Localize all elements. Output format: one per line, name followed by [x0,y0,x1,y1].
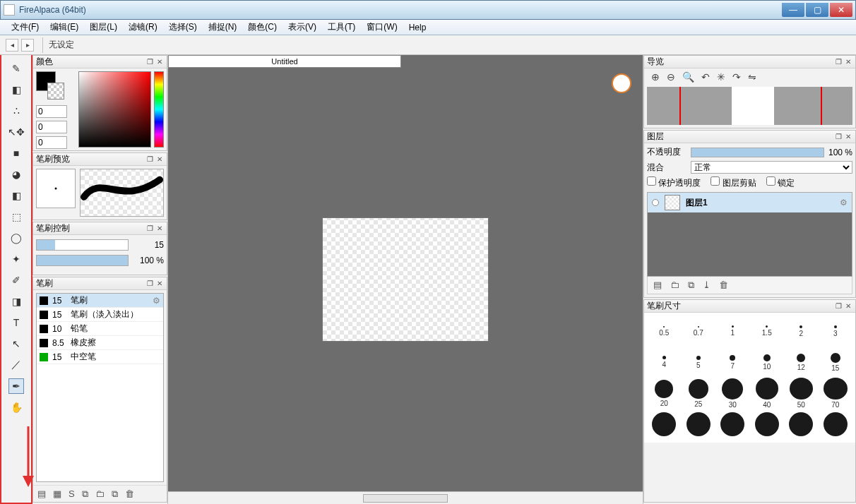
layer-folder-button[interactable]: 🗀 [670,280,679,291]
zoom-out-icon[interactable]: ⊖ [667,71,675,83]
hand-tool[interactable]: ✋ [8,400,24,415]
layer-opacity-slider[interactable] [691,148,824,157]
layer-new-button[interactable]: ▤ [653,280,662,291]
brush-size-slider[interactable] [36,239,129,251]
brush-size-cell[interactable]: 2 [784,316,819,347]
panel-close-button[interactable]: ✕ [155,224,164,233]
panel-close-button[interactable]: ✕ [844,133,852,141]
panel-float-button[interactable]: ❐ [145,280,154,288]
background-color-swatch[interactable] [47,83,64,100]
brush-size-cell[interactable]: 1.5 [750,316,785,347]
eraser-tool[interactable]: ◧ [8,82,24,97]
brush-size-cell[interactable] [750,409,785,440]
clipping-checkbox[interactable]: 图层剪贴 [711,176,756,189]
layer-merge-button[interactable]: ⤓ [703,280,711,291]
protect-alpha-checkbox[interactable]: 保护透明度 [647,176,701,189]
text-tool[interactable]: T [8,315,24,330]
brush-add-script-button[interactable]: S [69,488,75,499]
menu-edit[interactable]: 编辑(E) [44,21,84,33]
brush-size-cell[interactable] [715,409,750,440]
menu-help[interactable]: Help [403,23,432,32]
select-pen-tool[interactable]: ✐ [8,272,24,288]
flip-icon[interactable]: ⇋ [748,71,756,83]
brush-size-cell[interactable]: 7 [715,347,750,378]
panel-close-button[interactable]: ✕ [844,302,852,311]
brush-size-cell[interactable]: 0.7 [682,316,716,347]
gear-icon[interactable]: ⚙ [153,296,160,306]
menu-select[interactable]: 选择(S) [163,21,203,33]
select-rect-tool[interactable]: ⬚ [8,209,24,224]
eyedropper-tool[interactable]: ✒ [8,378,24,394]
lock-checkbox[interactable]: 锁定 [766,176,795,189]
brush-size-cell[interactable]: 50 [784,378,819,409]
panel-close-button[interactable]: ✕ [155,280,164,288]
horizontal-scrollbar[interactable] [168,491,643,504]
brush-size-cell[interactable]: 10 [750,347,785,378]
brush-size-cell[interactable] [819,409,853,440]
panel-float-button[interactable]: ❐ [145,58,154,66]
dot-tool[interactable]: ∴ [8,103,24,119]
menu-color[interactable]: 颜色(C) [242,21,283,33]
rotate-reset-icon[interactable]: ✳ [717,71,725,83]
brush-folder-button[interactable]: 🗀 [95,488,105,499]
menu-tool[interactable]: 工具(T) [322,21,361,33]
select-eraser-tool[interactable]: ◨ [8,294,24,309]
layer-duplicate-button[interactable]: ⧉ [688,280,694,291]
panel-close-button[interactable]: ✕ [155,58,164,66]
brush-size-cell[interactable]: 0.5 [647,316,682,347]
hue-slider[interactable] [154,71,164,148]
panel-float-button[interactable]: ❐ [145,155,154,164]
panel-close-button[interactable]: ✕ [155,155,164,164]
panel-float-button[interactable]: ❐ [834,58,843,66]
layer-settings-icon[interactable]: ⚙ [840,198,848,208]
brush-size-cell[interactable] [682,409,716,440]
window-maximize-button[interactable]: ▢ [806,3,828,17]
gradient-tool[interactable]: ◧ [8,188,24,203]
brush-size-cell[interactable]: 15 [819,347,853,378]
brush-opacity-slider[interactable] [36,255,129,266]
brush-size-cell[interactable]: 40 [750,378,785,409]
menu-window[interactable]: 窗口(W) [361,21,403,33]
brush-size-cell[interactable] [784,409,819,440]
menu-filter[interactable]: 滤镜(R) [123,21,163,33]
window-minimize-button[interactable]: — [782,3,804,17]
brush-size-cell[interactable]: 25 [682,378,716,409]
brush-list-item[interactable]: 15笔刷⚙ [37,294,163,308]
move-tool[interactable]: ↖✥ [8,124,24,140]
color-picker-field[interactable] [78,71,151,148]
preset-prev-button[interactable]: ◂ [6,39,18,52]
brush-tool[interactable]: ✎ [8,61,24,76]
brush-size-cell[interactable]: 20 [647,378,682,409]
rotate-right-icon[interactable]: ↷ [732,71,741,83]
canvas[interactable] [322,217,489,342]
object-tool[interactable]: ↖ [8,336,24,352]
mascot-icon[interactable] [612,73,631,93]
layer-row[interactable]: 图层1 ⚙ [648,193,852,212]
divide-tool[interactable]: ／ [8,357,24,373]
navigator-view[interactable] [647,87,852,125]
panel-close-button[interactable]: ✕ [844,58,852,66]
brush-size-cell[interactable]: 12 [784,347,819,378]
menu-file[interactable]: 文件(F) [6,21,44,33]
brush-size-cell[interactable]: 5 [682,347,716,378]
layer-delete-button[interactable]: 🗑 [719,280,728,291]
window-close-button[interactable]: ✕ [830,3,852,17]
menu-layer[interactable]: 图层(L) [84,21,123,33]
preset-next-button[interactable]: ▸ [21,39,34,52]
rotate-left-icon[interactable]: ↶ [701,71,710,83]
menu-snap[interactable]: 捕捉(N) [203,21,243,33]
brush-add-file-button[interactable]: ▦ [53,488,61,499]
brush-delete-button[interactable]: 🗑 [125,488,134,499]
zoom-fit-icon[interactable]: 🔍 [682,71,694,83]
document-tab[interactable]: Untitled [168,55,401,68]
brush-add-button[interactable]: ▤ [37,488,46,499]
fill-tool[interactable]: ■ [8,145,24,161]
brush-size-cell[interactable]: 70 [819,378,853,409]
brush-size-cell[interactable]: 30 [715,378,750,409]
brush-duplicate-button[interactable]: ⧉ [82,488,88,500]
brush-size-cell[interactable] [647,409,682,440]
brush-save-button[interactable]: ⧉ [112,488,118,500]
brush-list-item[interactable]: 15笔刷（淡入淡出） [37,308,163,322]
brush-list-item[interactable]: 8.5橡皮擦 [37,336,163,350]
panel-float-button[interactable]: ❐ [834,133,843,141]
